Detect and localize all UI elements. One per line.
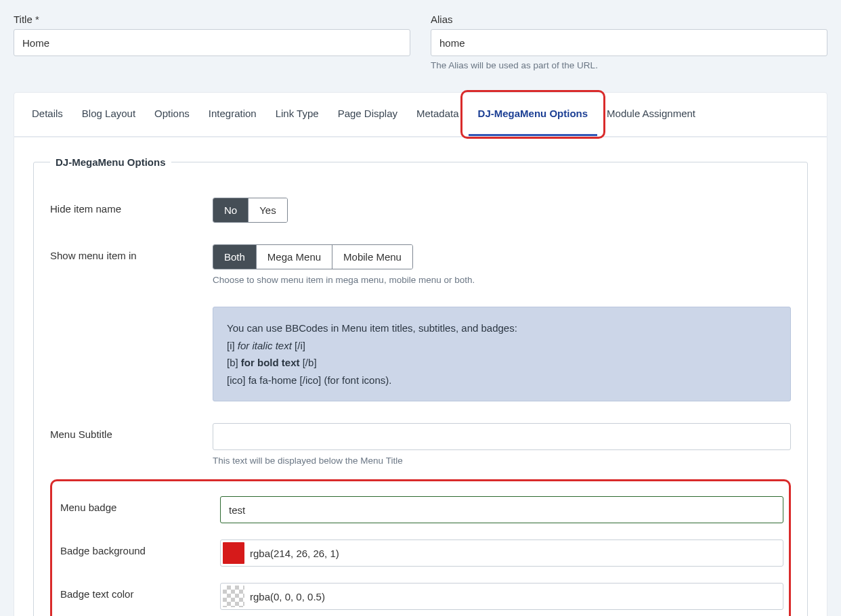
alias-input[interactable]: [431, 29, 827, 56]
alias-label: Alias: [431, 14, 827, 25]
option-no[interactable]: No: [213, 198, 249, 222]
annotation-badge-box: Menu badge Badge background: [50, 479, 791, 616]
subtitle-desc: This text will be displayed below the Me…: [213, 456, 791, 466]
tab-dj-megamenu-options[interactable]: DJ-MegaMenu Options: [469, 93, 598, 136]
tab-metadata[interactable]: Metadata: [407, 93, 469, 136]
option-both[interactable]: Both: [213, 245, 257, 269]
subtitle-label: Menu Subtitle: [50, 423, 213, 440]
info-line1: You can use BBCodes in Menu item titles,…: [227, 320, 777, 337]
tab-module-assignment[interactable]: Module Assignment: [597, 93, 705, 136]
hide-item-toggle[interactable]: NoYes: [213, 198, 288, 223]
tabs-bar: DetailsBlog LayoutOptionsIntegrationLink…: [14, 93, 827, 137]
tab-options[interactable]: Options: [145, 93, 199, 136]
badge-bg-swatch[interactable]: [223, 542, 244, 564]
subtitle-input[interactable]: [213, 423, 791, 450]
badge-bg-label: Badge background: [58, 540, 220, 556]
badge-color-picker[interactable]: [220, 583, 783, 610]
badge-color-text[interactable]: [250, 591, 781, 602]
badge-label: Menu badge: [58, 496, 220, 513]
option-mega-menu[interactable]: Mega Menu: [257, 245, 332, 269]
badge-color-swatch[interactable]: [223, 586, 244, 607]
info-ico-line: [ico] fa fa-home [/ico] (for font icons)…: [227, 372, 777, 389]
bbcode-info: You can use BBCodes in Menu item titles,…: [213, 307, 791, 401]
option-mobile-menu[interactable]: Mobile Menu: [332, 245, 412, 269]
badge-bg-picker[interactable]: [220, 540, 783, 567]
tab-integration[interactable]: Integration: [199, 93, 266, 136]
fieldset-legend: DJ-MegaMenu Options: [50, 156, 171, 168]
title-input[interactable]: [14, 29, 410, 56]
badge-color-label: Badge text color: [58, 583, 220, 600]
show-in-toggle[interactable]: BothMega MenuMobile Menu: [213, 244, 413, 269]
option-yes[interactable]: Yes: [249, 198, 286, 222]
tab-details[interactable]: Details: [22, 93, 72, 136]
badge-bg-text[interactable]: [250, 548, 781, 559]
show-in-label: Show menu item in: [50, 244, 213, 261]
tab-link-type[interactable]: Link Type: [266, 93, 328, 136]
alias-help: The Alias will be used as part of the UR…: [431, 60, 827, 70]
tab-page-display[interactable]: Page Display: [328, 93, 407, 136]
tab-blog-layout[interactable]: Blog Layout: [72, 93, 145, 136]
hide-item-label: Hide item name: [50, 198, 213, 215]
title-label: Title *: [14, 14, 410, 25]
show-in-desc: Choose to show menu item in mega menu, m…: [213, 275, 791, 285]
badge-input[interactable]: [220, 496, 783, 523]
